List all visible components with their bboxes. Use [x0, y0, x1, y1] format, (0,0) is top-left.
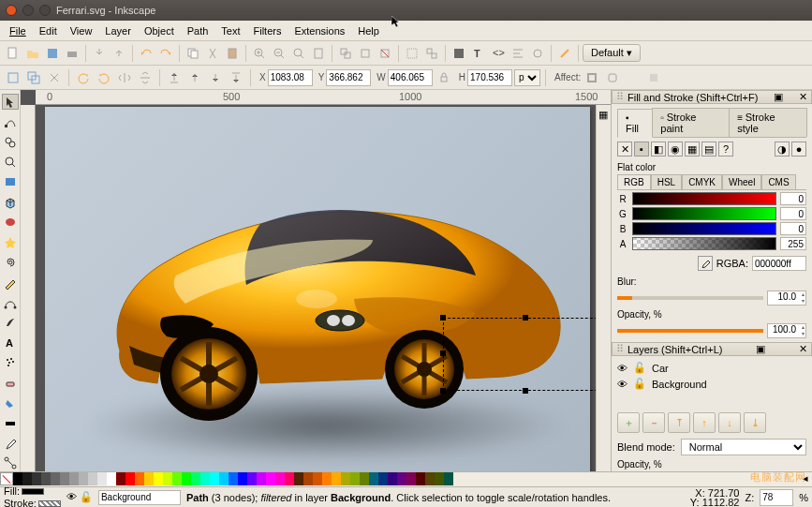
palette-swatch[interactable] — [322, 472, 332, 485]
palette-swatch[interactable] — [219, 472, 229, 485]
palette-swatch[interactable] — [125, 472, 135, 485]
print-button[interactable] — [63, 44, 81, 63]
pencil-tool[interactable] — [2, 275, 19, 291]
flip-v-button[interactable] — [136, 68, 155, 87]
b-value-input[interactable] — [780, 222, 806, 235]
palette-swatch[interactable] — [182, 472, 191, 485]
palette-swatch[interactable] — [60, 472, 69, 485]
calligraphy-tool[interactable] — [2, 315, 19, 331]
paint-none-button[interactable]: ✕ — [617, 142, 632, 157]
layers-close-button[interactable]: ✕ — [799, 343, 807, 355]
node-tool[interactable] — [2, 113, 19, 129]
dropper-tool[interactable] — [2, 435, 19, 451]
palette-swatch[interactable] — [397, 472, 406, 485]
unlink-clone-button[interactable] — [376, 44, 394, 63]
rotate-cw-button[interactable] — [95, 68, 113, 87]
tweak-tool[interactable] — [2, 134, 19, 150]
opacity-slider[interactable] — [617, 329, 763, 333]
affect-stroke-button[interactable] — [583, 68, 601, 87]
menu-filters[interactable]: Filters — [248, 23, 288, 38]
paint-linear-button[interactable]: ◧ — [651, 142, 666, 157]
selection-handle-tl[interactable] — [440, 315, 446, 321]
zoom-page-button[interactable] — [309, 44, 328, 63]
selection-handle-tm[interactable] — [523, 315, 528, 321]
palette-swatch[interactable] — [275, 472, 285, 485]
palette-swatch[interactable] — [425, 472, 435, 485]
import-button[interactable] — [90, 44, 109, 63]
fillstroke-panel-header[interactable]: ⠿ Fill and Stroke (Shift+Ctrl+F) ▣ ✕ — [612, 90, 812, 104]
palette-swatch[interactable] — [238, 472, 247, 485]
zoom-tool[interactable] — [2, 154, 19, 170]
snap-default-dropdown[interactable]: Default ▾ — [583, 44, 641, 62]
palette-swatch[interactable] — [266, 472, 275, 485]
menu-file[interactable]: File — [4, 23, 32, 38]
lower-bottom-button[interactable] — [227, 68, 245, 87]
palette-swatch[interactable] — [285, 472, 294, 485]
ellipse-tool[interactable] — [2, 215, 19, 231]
menu-edit[interactable]: Edit — [34, 23, 63, 38]
menu-text[interactable]: Text — [215, 23, 245, 38]
palette-swatch[interactable] — [116, 472, 125, 485]
paint-flat-button[interactable]: ▪ — [634, 142, 649, 157]
b-slider[interactable] — [632, 222, 776, 235]
lock-open-icon[interactable]: 🔓 — [633, 362, 646, 374]
canvas[interactable] — [36, 105, 611, 471]
color-tab-rgb[interactable]: RGB — [617, 174, 651, 189]
color-tab-cms[interactable]: CMS — [761, 174, 795, 189]
unit-select[interactable]: px — [514, 69, 540, 86]
window-maximize-button[interactable] — [39, 5, 51, 16]
eye-icon[interactable]: 👁 — [617, 363, 627, 374]
blur-slider[interactable] — [617, 296, 763, 300]
text-dialog-button[interactable]: T — [469, 44, 488, 63]
zoom-in-button[interactable] — [250, 44, 269, 63]
rotate-ccw-button[interactable] — [74, 68, 93, 87]
menu-layer[interactable]: Layer — [99, 23, 137, 38]
palette-swatch[interactable] — [200, 472, 210, 485]
palette-swatch[interactable] — [41, 472, 51, 485]
layer-row-background[interactable]: 👁 🔓 Background — [617, 376, 806, 392]
palette-swatch[interactable] — [388, 472, 397, 485]
cut-button[interactable] — [203, 44, 222, 63]
palette-swatch[interactable] — [247, 472, 257, 485]
3dbox-tool[interactable] — [2, 194, 19, 210]
palette-swatch[interactable] — [107, 472, 116, 485]
w-input[interactable] — [388, 69, 433, 86]
layer-row-car[interactable]: 👁 🔓 Car — [617, 360, 806, 376]
menu-help[interactable]: Help — [352, 23, 385, 38]
x-input[interactable] — [268, 69, 313, 86]
palette-swatch[interactable] — [144, 472, 154, 485]
menu-extensions[interactable]: Extensions — [288, 23, 350, 38]
palette-swatch[interactable] — [51, 472, 60, 485]
g-slider[interactable] — [632, 207, 776, 220]
raise-top-button[interactable] — [165, 68, 184, 87]
palette-swatch[interactable] — [313, 472, 322, 485]
color-picker-button[interactable] — [698, 256, 713, 271]
layers-panel-header[interactable]: ⠿ Layers (Shift+Ctrl+L) ▣ ✕ — [612, 342, 812, 356]
fill-rule-nonzero-button[interactable]: ● — [791, 142, 806, 157]
affect-gradient-button[interactable] — [624, 68, 642, 87]
menu-object[interactable]: Object — [139, 23, 180, 38]
palette-swatch[interactable] — [79, 472, 88, 485]
select-all-button[interactable] — [4, 68, 22, 87]
spray-tool[interactable] — [2, 355, 19, 371]
palette-swatch[interactable] — [88, 472, 97, 485]
lock-aspect-button[interactable] — [435, 68, 453, 87]
zoom-fit-button[interactable] — [289, 44, 308, 63]
horizontal-ruler[interactable]: 0 500 1000 1500 — [36, 90, 611, 105]
palette-swatch[interactable] — [172, 472, 182, 485]
paint-swatch-button[interactable]: ▤ — [701, 142, 716, 157]
fillstroke-iconify-button[interactable]: ▣ — [774, 91, 783, 103]
vertical-ruler[interactable] — [21, 105, 36, 471]
layer-bottom-button[interactable]: ⤓ — [744, 412, 766, 433]
menu-path[interactable]: Path — [182, 23, 214, 38]
blend-mode-select[interactable]: Normal — [681, 439, 806, 455]
color-tab-wheel[interactable]: Wheel — [722, 174, 761, 189]
bucket-tool[interactable] — [2, 395, 19, 410]
palette-swatch[interactable] — [406, 472, 416, 485]
affect-pattern-button[interactable] — [644, 68, 663, 87]
doc-properties-button[interactable] — [555, 44, 574, 63]
export-button[interactable] — [110, 44, 128, 63]
palette-swatch[interactable] — [294, 472, 303, 485]
duplicate-button[interactable] — [336, 44, 355, 63]
affect-corners-button[interactable] — [603, 68, 622, 87]
